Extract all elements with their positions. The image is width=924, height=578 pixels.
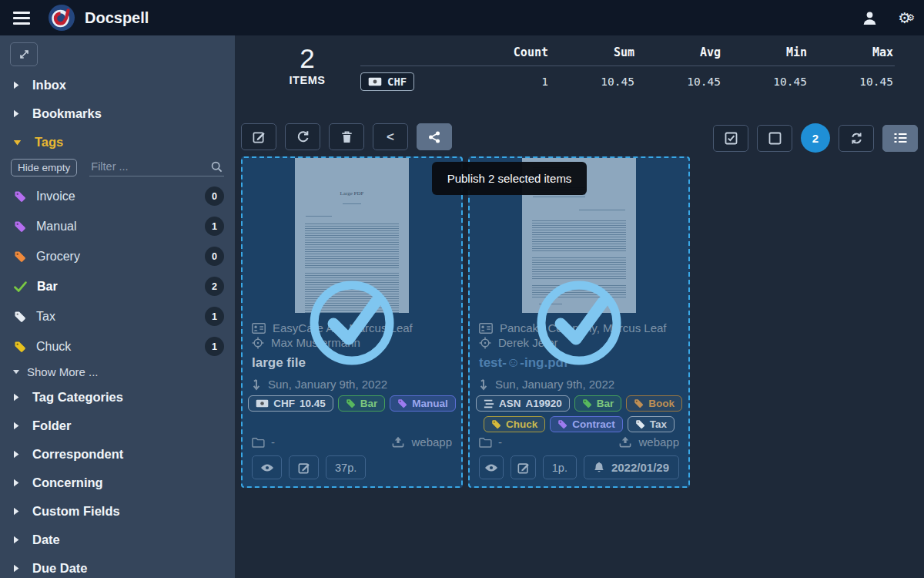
tag-filter-input[interactable] [89,158,224,176]
preview-eye-button[interactable] [479,455,504,479]
tag-count-badge: 1 [205,217,224,236]
concerning-line: Derek Jeter [479,336,679,349]
edit-icon [253,130,266,143]
tag-item-tax[interactable]: Tax 1 [0,301,235,331]
sidebar-item-correspondent[interactable]: Correspondent [0,440,235,469]
square-icon [768,132,782,145]
list-view-toggle-button[interactable] [882,125,918,152]
eye-icon [484,463,498,472]
correspondent-line: Pancake Company, Marcus Leaf [479,321,679,334]
check-square-icon [725,132,738,145]
tag-icon [14,311,26,323]
share-nodes-icon [428,131,440,143]
chevron-right-icon [13,479,19,487]
item-card-large-file[interactable]: Large PDF EasyCare AG, Marcus Leaf [241,156,463,488]
preview-eye-button[interactable] [252,455,282,479]
upload-icon [619,436,631,448]
trash-icon [341,131,353,143]
chevron-right-icon [13,450,19,459]
asn-label: ASN [499,398,521,409]
folder-source-row: - webapp [479,435,679,449]
item-title[interactable]: test-☺-ing.pdf [479,355,679,371]
stat-count: 1 [462,76,548,88]
main-content: 2 ITEMS Count Sum Avg Min Max CHF 1 10.4… [235,35,924,578]
docspell-logo[interactable] [48,4,75,32]
crosshairs-icon [252,337,264,349]
settings-gears-icon[interactable]: ⚙⚙ [898,9,910,27]
refresh-button[interactable] [839,125,874,152]
edit-item-button[interactable] [289,455,319,479]
edit-item-button[interactable] [511,455,535,479]
tag-icon [635,419,645,429]
stats-header-row: Count Sum Avg Min Max [360,42,895,63]
concerning-text: Derek Jeter [498,336,558,349]
correspondent-text: EasyCare AG, Marcus Leaf [273,321,413,334]
stats-col-sum: Sum [548,45,634,59]
folder-value: - [498,435,502,449]
amount-currency: CHF [273,398,295,409]
sidebar-item-date[interactable]: Date [0,526,235,554]
less-than-icon: < [387,129,394,145]
bell-icon [594,462,604,473]
app-title: Docspell [85,9,149,27]
tag-icon [14,341,26,353]
tag-item-manual[interactable]: Manual 1 [0,211,235,241]
sidebar-item-custom-fields[interactable]: Custom Fields [0,497,235,526]
sidebar-item-inbox[interactable]: Inbox [0,71,235,99]
tag-badge-contract[interactable]: Contract [550,416,623,432]
tag-badge-bar[interactable]: Bar [574,395,622,412]
eye-icon [260,463,274,472]
tag-badge-bar[interactable]: Bar [338,395,386,412]
tag-item-invoice[interactable]: Invoice 0 [0,181,235,211]
sidebar-section-tags[interactable]: Tags [0,128,235,156]
folder-source-row: - webapp [252,435,452,449]
tag-count-badge: 0 [205,247,224,266]
item-card-test-ing-pdf[interactable]: Pancake Company, Marcus Leaf Derek Jeter… [468,156,690,488]
tag-icon [14,250,26,263]
correspondent-line: EasyCare AG, Marcus Leaf [252,321,452,334]
asn-value: A19920 [525,398,561,409]
tag-badge-tax[interactable]: Tax [628,416,675,432]
expand-sidebar-button[interactable] [10,42,38,66]
tag-badge-chuck[interactable]: Chuck [484,416,545,432]
delete-button[interactable] [329,123,364,150]
stat-max: 10.45 [807,76,893,88]
deselect-all-button[interactable] [757,125,792,152]
sidebar-item-label: Inbox [32,78,66,92]
hide-empty-button[interactable]: Hide empty [11,159,77,176]
currency-chf-badge[interactable]: CHF [360,72,414,91]
share-publish-button[interactable] [417,123,452,150]
edit-selected-button[interactable] [241,123,276,150]
item-date-line: Sun, January 9th, 2022 [479,378,679,391]
sidebar: Inbox Bookmarks Tags Hide empty Invoice … [0,35,235,578]
tag-item-chuck[interactable]: Chuck 1 [0,331,235,361]
user-account-icon[interactable] [862,10,878,26]
expand-arrows-icon [18,49,30,60]
item-title[interactable]: large file [252,355,452,371]
sidebar-item-bookmarks[interactable]: Bookmarks [0,99,235,128]
menu-icon[interactable] [6,4,37,32]
sidebar-item-tag-categories[interactable]: Tag Categories [0,383,235,412]
merge-button[interactable]: < [373,123,408,150]
select-all-button[interactable] [713,125,748,152]
tag-badge-manual[interactable]: Manual [390,395,456,412]
restore-button[interactable] [285,123,320,150]
sidebar-item-concerning[interactable]: Concerning [0,469,235,497]
show-more-tags[interactable]: Show More ... [0,361,235,383]
stat-avg: 10.45 [634,76,721,88]
tag-badge-label: Tax [650,418,667,430]
tag-badge-book[interactable]: Book [626,395,682,412]
tag-item-grocery[interactable]: Grocery 0 [0,241,235,271]
tag-item-bar-selected[interactable]: Bar 2 [0,271,235,301]
search-icon [211,161,223,173]
tag-label: Manual [36,220,76,234]
sync-icon [850,132,863,145]
stat-sum: 10.45 [548,76,634,88]
edit-icon [517,462,530,474]
sidebar-item-folder[interactable]: Folder [0,412,235,440]
show-more-label: Show More ... [27,365,99,378]
tags-header-label: Tags [35,135,63,150]
stats-data-row: CHF 1 10.45 10.45 10.45 10.45 [360,71,895,92]
tag-label: Grocery [36,250,80,264]
sidebar-item-due-date[interactable]: Due Date [0,554,235,578]
